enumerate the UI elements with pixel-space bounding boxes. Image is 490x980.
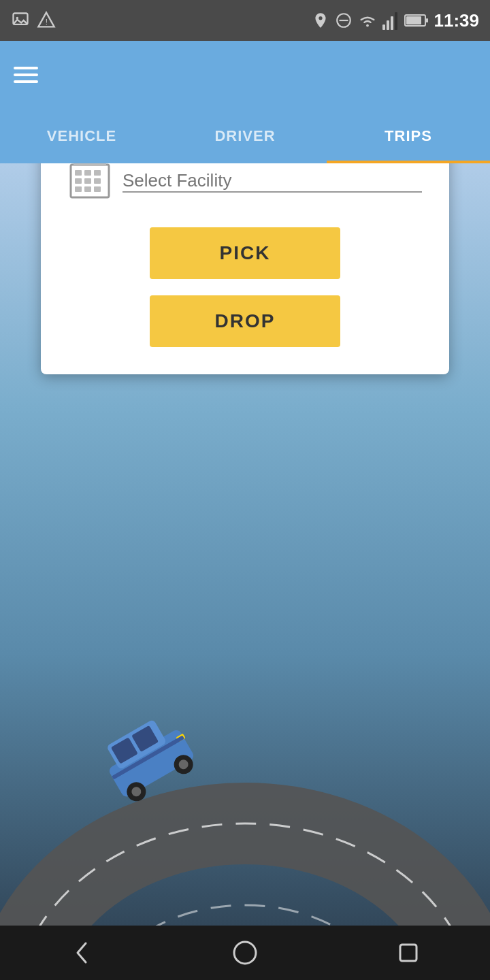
svg-rect-28 xyxy=(75,170,82,176)
signal-icon xyxy=(382,11,399,30)
status-time: 11:39 xyxy=(434,10,480,31)
svg-text:!: ! xyxy=(46,17,48,26)
image-icon xyxy=(11,11,30,30)
app-bar xyxy=(0,41,490,109)
svg-rect-33 xyxy=(94,178,101,184)
svg-point-13 xyxy=(14,823,476,926)
facility-input-wrapper[interactable] xyxy=(122,170,422,193)
nav-bar xyxy=(0,926,490,980)
back-button[interactable] xyxy=(67,938,97,968)
battery-icon xyxy=(404,13,429,28)
facility-input[interactable] xyxy=(122,170,422,191)
svg-point-5 xyxy=(366,24,369,27)
svg-rect-6 xyxy=(382,24,385,30)
building-icon xyxy=(68,159,112,203)
wifi-icon xyxy=(358,13,377,28)
svg-rect-32 xyxy=(84,178,91,184)
svg-rect-7 xyxy=(387,20,389,30)
recents-icon xyxy=(393,938,423,968)
status-bar: ! 11:39 xyxy=(0,0,490,41)
facility-row xyxy=(68,159,422,203)
home-icon xyxy=(230,938,260,968)
svg-rect-34 xyxy=(75,186,82,192)
location-icon xyxy=(312,12,329,29)
menu-button[interactable] xyxy=(14,67,38,83)
pick-button[interactable]: PICK xyxy=(150,227,340,279)
svg-rect-8 xyxy=(391,16,393,30)
svg-rect-30 xyxy=(94,170,101,176)
tab-vehicle[interactable]: VEHICLE xyxy=(0,109,163,163)
status-bar-left-icons: ! xyxy=(11,11,56,30)
svg-rect-38 xyxy=(400,945,416,961)
svg-point-15 xyxy=(95,905,395,926)
tab-driver[interactable]: DRIVER xyxy=(163,109,327,163)
drop-button[interactable]: DROP xyxy=(150,295,340,347)
warning-icon: ! xyxy=(37,11,56,30)
car-road-illustration xyxy=(0,640,490,926)
svg-rect-35 xyxy=(84,186,91,192)
tab-trips[interactable]: TRIPS xyxy=(327,109,490,163)
svg-point-37 xyxy=(234,942,256,964)
status-bar-right-icons: 11:39 xyxy=(312,10,480,31)
svg-rect-9 xyxy=(395,12,397,30)
do-not-disturb-icon xyxy=(335,12,353,29)
svg-rect-11 xyxy=(406,16,421,24)
svg-rect-36 xyxy=(94,186,101,192)
home-button[interactable] xyxy=(230,938,260,968)
svg-rect-12 xyxy=(426,18,428,22)
tab-bar: VEHICLE DRIVER TRIPS xyxy=(0,109,490,163)
back-icon xyxy=(67,938,97,968)
svg-rect-31 xyxy=(75,178,82,184)
recents-button[interactable] xyxy=(393,938,423,968)
svg-rect-29 xyxy=(84,170,91,176)
